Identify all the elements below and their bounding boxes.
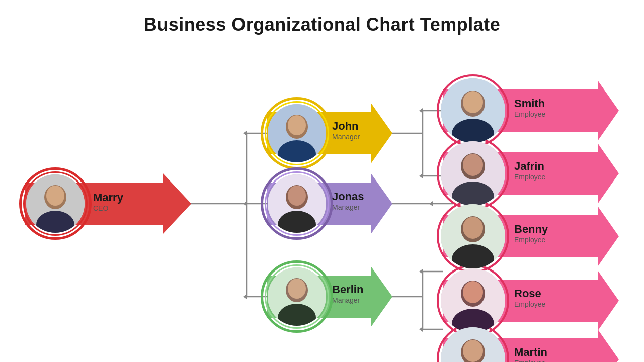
berlin-avatar (268, 267, 326, 326)
rose-avatar (441, 268, 505, 333)
benny-label: Benny Employee (514, 223, 548, 244)
jonas-avatar (268, 174, 326, 233)
benny-person-icon (441, 204, 505, 268)
svg-point-50 (463, 217, 483, 239)
berlin-person-icon (268, 267, 326, 326)
svg-marker-19 (419, 173, 423, 178)
svg-point-54 (463, 281, 483, 303)
jonas-label: Jonas Manager (332, 190, 364, 211)
chart-area: Marry CEO John Manager Jonas (0, 45, 644, 362)
jafrin-avatar (441, 141, 505, 206)
svg-marker-17 (243, 294, 247, 299)
rose-person-icon (441, 268, 505, 333)
svg-point-38 (288, 279, 306, 299)
svg-marker-15 (243, 131, 247, 136)
smith-avatar (441, 78, 505, 143)
martin-label: Martin Employee (514, 346, 547, 362)
jafrin-person-icon (441, 141, 505, 206)
svg-marker-16 (243, 201, 247, 206)
svg-point-26 (46, 186, 64, 206)
svg-point-42 (463, 91, 483, 113)
svg-point-46 (463, 154, 483, 176)
ceo-avatar (26, 174, 85, 233)
john-avatar (268, 104, 326, 162)
john-person-icon (268, 104, 326, 162)
ceo-person-icon (26, 174, 85, 233)
svg-point-30 (288, 115, 306, 135)
benny-avatar (441, 204, 505, 268)
svg-point-58 (463, 340, 483, 362)
svg-point-34 (288, 186, 306, 206)
jafrin-label: Jafrin Employee (514, 160, 545, 181)
svg-marker-21 (419, 269, 423, 274)
jonas-person-icon (268, 174, 326, 233)
john-label: John Manager (332, 120, 360, 141)
smith-person-icon (441, 78, 505, 143)
smith-label: Smith Employee (514, 97, 545, 118)
svg-marker-22 (419, 327, 423, 332)
svg-marker-18 (419, 108, 423, 113)
berlin-label: Berlin Manager (332, 283, 363, 304)
rose-label: Rose Employee (514, 287, 545, 308)
svg-marker-20 (429, 201, 433, 206)
page-title: Business Organizational Chart Template (0, 0, 644, 40)
